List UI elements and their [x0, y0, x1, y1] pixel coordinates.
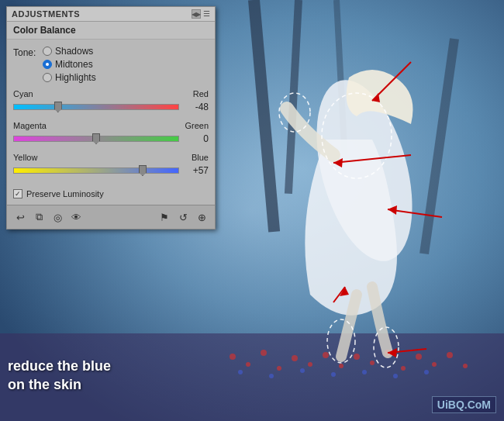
tone-highlights-option[interactable]: Highlights: [43, 72, 96, 83]
svg-point-14: [339, 364, 343, 368]
svg-point-22: [463, 364, 468, 368]
magenta-green-slider-inner: [13, 133, 179, 145]
tone-options: Shadows Midtones Highlights: [43, 46, 96, 83]
svg-point-27: [362, 370, 367, 374]
yellow-blue-labels: Yellow Blue: [13, 153, 209, 162]
cyan-red-labels: Cyan Red: [13, 89, 209, 98]
flag-button[interactable]: ⚑: [156, 209, 173, 226]
cyan-red-slider-wrapper: -48: [13, 101, 209, 113]
red-label: Red: [193, 89, 209, 98]
magenta-green-thumb[interactable]: [92, 133, 100, 144]
yellow-blue-track: [13, 167, 179, 174]
cyan-red-value: -48: [182, 102, 209, 112]
adjustments-panel: ADJUSTMENTS ◀▶ ☰ Color Balance Tone: Sha…: [6, 6, 216, 229]
panel-toolbar: ↩ ⧉ ◎ 👁 ⚑ ↺ ⊕: [7, 205, 215, 229]
tone-shadows-label: Shadows: [55, 46, 93, 57]
svg-point-11: [292, 355, 298, 361]
cyan-red-track: [13, 104, 179, 110]
panel-title: ADJUSTMENTS: [12, 9, 80, 19]
panel-header: ADJUSTMENTS ◀▶ ☰: [7, 7, 215, 22]
delete-button[interactable]: ⊕: [193, 209, 210, 226]
tone-row: Tone: Shadows Midtones Highlights: [13, 46, 209, 83]
svg-point-20: [432, 362, 437, 367]
svg-point-19: [416, 354, 422, 360]
slider-section: Cyan Red -48 Magenta Gre: [13, 89, 209, 177]
yellow-blue-slider-inner: [13, 164, 179, 177]
tone-shadows-option[interactable]: Shadows: [43, 46, 96, 57]
panel-menu-button[interactable]: ☰: [203, 9, 210, 19]
bottom-text-line1: reduce the blue: [8, 357, 111, 375]
collapse-button[interactable]: ◀▶: [192, 9, 201, 19]
svg-point-26: [331, 372, 336, 377]
svg-point-9: [261, 350, 267, 356]
svg-point-24: [269, 374, 274, 378]
svg-point-28: [393, 374, 398, 378]
magenta-label: Magenta: [13, 121, 47, 130]
tone-label: Tone:: [13, 46, 38, 58]
mask-button[interactable]: ⧉: [30, 209, 47, 226]
svg-point-16: [370, 361, 375, 365]
undo-button[interactable]: ↩: [12, 209, 29, 226]
tone-midtones-option[interactable]: Midtones: [43, 59, 96, 70]
svg-point-21: [447, 352, 453, 358]
cyan-red-thumb[interactable]: [54, 102, 62, 112]
cyan-red-slider-inner: [13, 101, 179, 113]
yellow-blue-value: +57: [182, 165, 209, 176]
magenta-green-value: 0: [182, 133, 209, 144]
yellow-blue-slider-row: Yellow Blue +57: [13, 153, 209, 177]
svg-point-10: [277, 366, 281, 371]
tone-shadows-radio[interactable]: [43, 47, 52, 56]
yellow-blue-slider-wrapper: +57: [13, 164, 209, 177]
green-label: Green: [185, 121, 209, 130]
bottom-text-line2: on the skin: [8, 376, 111, 394]
svg-point-8: [246, 362, 250, 367]
yellow-label: Yellow: [13, 153, 37, 162]
bottom-text: reduce the blue on the skin: [8, 357, 111, 394]
svg-point-29: [424, 370, 429, 374]
svg-point-18: [401, 366, 406, 371]
cyan-red-slider-row: Cyan Red -48: [13, 89, 209, 113]
preserve-luminosity-checkbox[interactable]: [13, 189, 22, 198]
panel-controls[interactable]: ◀▶ ☰: [192, 9, 210, 19]
tone-midtones-label: Midtones: [55, 59, 93, 70]
svg-point-25: [300, 368, 305, 373]
yellow-blue-slider-container[interactable]: [13, 164, 179, 177]
tone-midtones-radio[interactable]: [43, 60, 52, 69]
svg-point-12: [308, 362, 312, 367]
magenta-green-slider-wrapper: 0: [13, 133, 209, 145]
toolbar-left-group: ↩ ⧉ ◎ 👁: [12, 209, 85, 226]
toolbar-right-group: ⚑ ↺ ⊕: [156, 209, 210, 226]
svg-point-23: [238, 370, 243, 374]
cyan-label: Cyan: [13, 89, 33, 98]
blue-label: Blue: [192, 153, 209, 162]
magenta-green-slider-row: Magenta Green 0: [13, 121, 209, 145]
reset-button[interactable]: ↺: [174, 209, 192, 226]
cyan-red-slider-container[interactable]: [13, 101, 179, 113]
yellow-blue-thumb[interactable]: [139, 165, 147, 176]
eye-button[interactable]: 👁: [67, 209, 85, 226]
panel-body: Tone: Shadows Midtones Highlights: [7, 40, 215, 205]
section-title: Color Balance: [7, 22, 215, 40]
watermark: UiBQ.CoM: [432, 396, 496, 413]
tone-highlights-radio[interactable]: [43, 73, 52, 82]
preserve-luminosity-label: Preserve Luminosity: [26, 189, 104, 198]
svg-point-7: [230, 354, 236, 360]
magenta-green-labels: Magenta Green: [13, 121, 209, 130]
preserve-luminosity-row[interactable]: Preserve Luminosity: [13, 185, 209, 198]
svg-point-13: [323, 352, 329, 358]
magenta-green-slider-container[interactable]: [13, 133, 179, 145]
tone-highlights-label: Highlights: [55, 72, 96, 83]
visibility-button[interactable]: ◎: [49, 209, 66, 226]
svg-point-15: [354, 354, 360, 360]
panel-title-bar: ADJUSTMENTS: [12, 9, 80, 19]
